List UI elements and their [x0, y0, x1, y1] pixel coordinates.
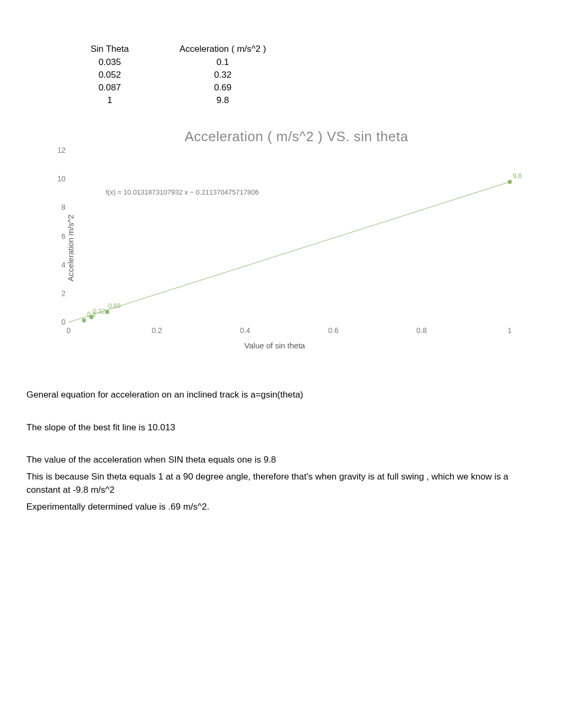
body-text: General equation for acceleration on an … — [26, 388, 535, 513]
y-tick-label: 0 — [53, 318, 66, 326]
col-header-accel: Acceleration ( m/s^2 ) — [145, 43, 300, 56]
table-header-row: Sin Theta Acceleration ( m/s^2 ) — [75, 43, 300, 56]
document-page: Sin Theta Acceleration ( m/s^2 ) 0.0350.… — [0, 0, 561, 513]
data-point-label: 9.8 — [513, 172, 522, 180]
x-tick-label: 0.2 — [152, 326, 162, 335]
x-axis-label: Value of sin theta — [245, 341, 305, 350]
y-tick-label: 6 — [53, 232, 66, 241]
data-point-label: 0.69 — [108, 302, 120, 310]
paragraph: The value of the acceleration when SIN t… — [26, 453, 535, 467]
data-point — [508, 180, 512, 183]
y-tick-label: 4 — [53, 261, 66, 269]
plot-area: 02468101200.20.40.60.810.10.320.699.8f(x… — [69, 150, 510, 322]
x-tick-label: 0.8 — [416, 326, 426, 335]
equation-annotation: f(x) = 10.0131873107932 x − 0.2113704757… — [106, 188, 259, 196]
table-row: 0.0520.32 — [75, 69, 300, 81]
x-tick-label: 0.4 — [240, 326, 250, 335]
x-tick-label: 1 — [508, 326, 512, 335]
table-cell: 9.8 — [145, 95, 300, 106]
chart: Acceleration m/s^2 02468101200.20.40.60.… — [37, 145, 512, 351]
table-cell: 0.052 — [75, 69, 144, 81]
chart-title: Acceleration ( m/s^2 ) VS. sin theta — [32, 128, 561, 145]
data-point — [82, 319, 86, 322]
paragraph: Experimentally determined value is .69 m… — [26, 500, 535, 514]
table-cell: 0.32 — [145, 69, 300, 81]
col-header-sin: Sin Theta — [75, 43, 144, 56]
y-tick-label: 2 — [53, 289, 66, 298]
table-row: 0.0350.1 — [75, 57, 300, 68]
x-tick-label: 0 — [67, 326, 71, 335]
table-cell: 0.69 — [145, 82, 300, 94]
table-cell: 0.1 — [145, 57, 300, 68]
table-cell: 0.035 — [75, 57, 144, 68]
y-tick-label: 10 — [53, 174, 66, 183]
paragraph: General equation for acceleration on an … — [26, 388, 535, 402]
x-tick-label: 0.6 — [328, 326, 338, 335]
fit-line — [69, 182, 510, 322]
y-tick-label: 8 — [53, 203, 66, 211]
y-tick-label: 12 — [53, 146, 66, 154]
data-table: Sin Theta Acceleration ( m/s^2 ) 0.0350.… — [74, 42, 301, 107]
paragraph: The slope of the best fit line is 10.013 — [26, 421, 535, 435]
table-row: 19.8 — [75, 95, 300, 106]
data-point — [90, 316, 94, 319]
data-point — [105, 310, 109, 314]
paragraph: This is because Sin theta equals 1 at a … — [26, 470, 535, 497]
table-row: 0.0870.69 — [75, 82, 300, 94]
data-point-label: 0.32 — [93, 308, 105, 315]
table-cell: 0.087 — [75, 82, 144, 94]
table-cell: 1 — [75, 95, 144, 106]
